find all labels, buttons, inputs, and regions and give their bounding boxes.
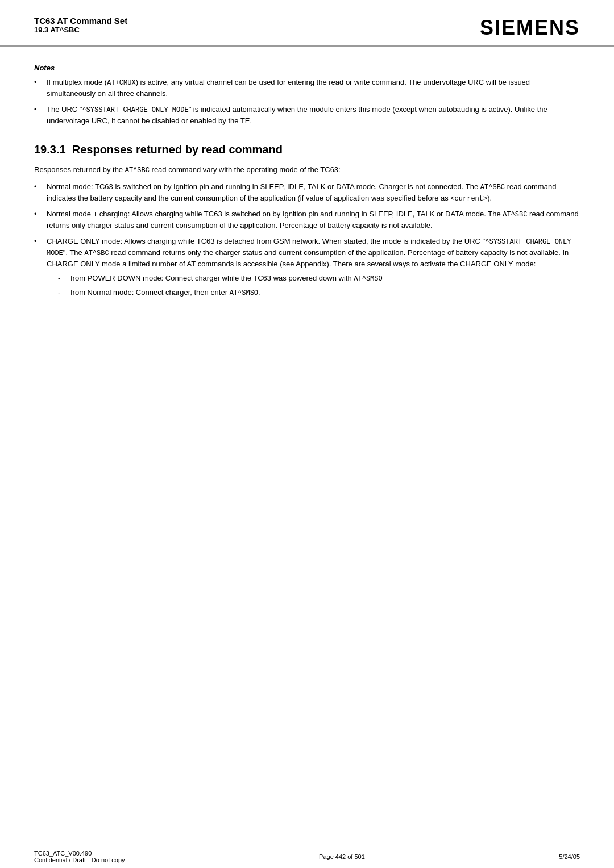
section-title: Responses returned by read command [72, 143, 283, 156]
notes-item-1: • If multiplex mode (AT+CMUX) is active,… [34, 77, 580, 99]
section-intro: Responses returned by the AT^SBC read co… [34, 164, 580, 176]
at-smso-code-1: AT^SMSO [354, 275, 382, 283]
footer-doc-id: TC63_ATC_V00.490 [34, 850, 125, 857]
section-number: 19.3.1 [34, 143, 66, 156]
at-sbc-code-3: AT^SBC [84, 249, 109, 257]
at-sbc-code-1: AT^SBC [480, 183, 505, 191]
at-sbc-intro-code: AT^SBC [125, 166, 150, 174]
page-footer: TC63_ATC_V00.490 Confidential / Draft - … [0, 845, 614, 868]
subsection-heading: 19.3.1 Responses returned by read comman… [34, 143, 580, 156]
footer-date: 5/24/05 [559, 853, 580, 860]
response-item-2-text: Normal mode + charging: Allows charging … [47, 208, 580, 231]
charge-only-item-2-text: from Normal mode: Connect charger, then … [70, 287, 260, 298]
siemens-logo: SIEMENS [480, 16, 580, 40]
response-item-2: • Normal mode + charging: Allows chargin… [34, 208, 580, 231]
footer-confidential: Confidential / Draft - Do not copy [34, 857, 125, 863]
at-cmux-code: AT+CMUX [107, 79, 135, 87]
document-title: TC63 AT Command Set [34, 16, 127, 26]
bullet-icon-2: • [34, 104, 44, 115]
charge-only-item-1-text: from POWER DOWN mode: Connect charger wh… [70, 273, 383, 284]
bullet-icon-1: • [34, 77, 44, 88]
footer-left: TC63_ATC_V00.490 Confidential / Draft - … [34, 850, 125, 863]
charge-only-item-1: - from POWER DOWN mode: Connect charger … [58, 273, 580, 284]
response-item-1-text: Normal mode: TC63 is switched on by Igni… [47, 181, 580, 204]
response-item-1: • Normal mode: TC63 is switched on by Ig… [34, 181, 580, 204]
charge-only-item-2: - from Normal mode: Connect charger, the… [58, 287, 580, 298]
dash-icon-1: - [58, 273, 68, 284]
at-sbc-code-2: AT^SBC [503, 211, 527, 219]
current-code-1: <current> [450, 195, 487, 203]
sysstart-urc-code: ^SYSSTART CHARGE ONLY MODE [82, 106, 188, 114]
dash-icon-2: - [58, 287, 68, 298]
bullet-icon-r1: • [34, 181, 44, 193]
page: TC63 AT Command Set 19.3 AT^SBC SIEMENS … [0, 0, 614, 868]
section-label: 19.3 AT^SBC [34, 26, 127, 34]
response-item-3: • CHARGE ONLY mode: Allows charging whil… [34, 236, 580, 302]
notes-item-1-text: If multiplex mode (AT+CMUX) is active, a… [47, 77, 580, 99]
charge-only-subitems: - from POWER DOWN mode: Connect charger … [58, 273, 580, 298]
main-content: Notes • If multiplex mode (AT+CMUX) is a… [0, 47, 614, 845]
bullet-icon-r2: • [34, 208, 44, 220]
notes-item-2-text: The URC "^SYSSTART CHARGE ONLY MODE" is … [47, 104, 580, 127]
responses-list: • Normal mode: TC63 is switched on by Ig… [34, 181, 580, 301]
bullet-icon-r3: • [34, 236, 44, 247]
notes-heading: Notes [34, 64, 580, 72]
header-left: TC63 AT Command Set 19.3 AT^SBC [34, 16, 127, 34]
page-header: TC63 AT Command Set 19.3 AT^SBC SIEMENS [0, 0, 614, 47]
footer-page: Page 442 of 501 [319, 853, 365, 860]
sysstart-code-2: ^SYSSTART CHARGE ONLY MODE [47, 238, 571, 257]
notes-list: • If multiplex mode (AT+CMUX) is active,… [34, 77, 580, 126]
response-item-3-text: CHARGE ONLY mode: Allows charging while … [47, 236, 580, 302]
at-smso-code-2: AT^SMSO [230, 289, 258, 297]
notes-item-2: • The URC "^SYSSTART CHARGE ONLY MODE" i… [34, 104, 580, 127]
